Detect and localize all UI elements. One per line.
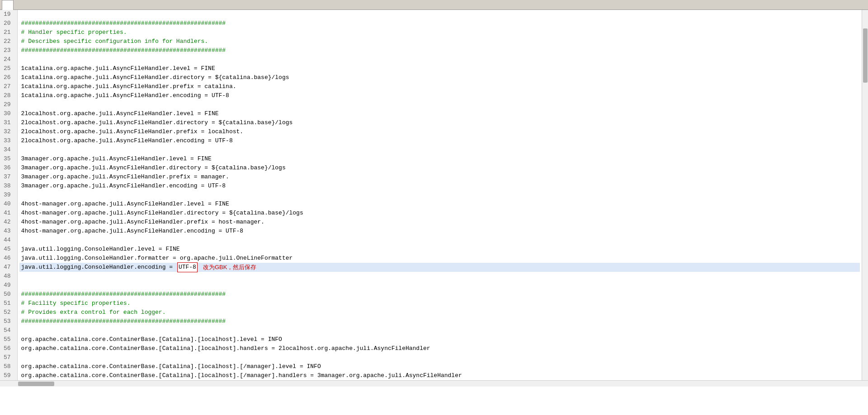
code-line: ########################################… bbox=[19, 46, 860, 55]
scrollbar-thumb[interactable] bbox=[863, 28, 868, 83]
code-text: java.util.logging.ConsoleHandler.level =… bbox=[21, 245, 180, 254]
code-line: # Facility specific properties. bbox=[19, 299, 860, 308]
line-number: 53 bbox=[4, 317, 14, 326]
code-text: 3manager.org.apache.juli.AsyncFileHandle… bbox=[21, 154, 212, 163]
line-number: 37 bbox=[4, 173, 14, 182]
line-number: 21 bbox=[4, 28, 14, 37]
comment-text: # Handler specific properties. bbox=[21, 28, 127, 37]
line-number: 45 bbox=[4, 245, 14, 254]
comment-text: ########################################… bbox=[21, 317, 226, 326]
line-number: 42 bbox=[4, 218, 14, 227]
comment-text: ########################################… bbox=[21, 290, 226, 299]
line-number: 19 bbox=[4, 10, 14, 19]
tab-bar bbox=[0, 0, 868, 10]
line-number: 35 bbox=[4, 154, 14, 163]
code-text: 2localhost.org.apache.juli.AsyncFileHand… bbox=[21, 127, 243, 136]
code-line bbox=[19, 145, 860, 154]
line-number: 31 bbox=[4, 118, 14, 127]
code-line: 1catalina.org.apache.juli.AsyncFileHandl… bbox=[19, 91, 860, 100]
code-text: 4host-manager.org.apache.juli.AsyncFileH… bbox=[21, 209, 303, 218]
code-line: 4host-manager.org.apache.juli.AsyncFileH… bbox=[19, 209, 860, 218]
code-line bbox=[19, 100, 860, 109]
code-line: 3manager.org.apache.juli.AsyncFileHandle… bbox=[19, 163, 860, 173]
code-line: 1catalina.org.apache.juli.AsyncFileHandl… bbox=[19, 64, 860, 73]
editor-window: 1920212223242526272829303132333435363738… bbox=[0, 0, 868, 387]
code-line bbox=[19, 191, 860, 200]
code-text: java.util.logging.ConsoleHandler.formatt… bbox=[21, 254, 293, 263]
line-number: 33 bbox=[4, 136, 14, 145]
line-number: 26 bbox=[4, 73, 14, 82]
code-line: 4host-manager.org.apache.juli.AsyncFileH… bbox=[19, 227, 860, 236]
line-number: 27 bbox=[4, 82, 14, 91]
code-text: 2localhost.org.apache.juli.AsyncFileHand… bbox=[21, 136, 233, 145]
line-number: 55 bbox=[4, 335, 14, 344]
code-line bbox=[19, 353, 860, 362]
line-number: 43 bbox=[4, 227, 14, 236]
line-number: 48 bbox=[4, 272, 14, 281]
line-number: 39 bbox=[4, 191, 14, 200]
code-text: 1catalina.org.apache.juli.AsyncFileHandl… bbox=[21, 73, 289, 82]
code-text: 2localhost.org.apache.juli.AsyncFileHand… bbox=[21, 109, 219, 118]
vertical-scrollbar[interactable] bbox=[862, 10, 868, 380]
editor-wrapper: 1920212223242526272829303132333435363738… bbox=[0, 10, 868, 387]
line-number: 38 bbox=[4, 182, 14, 191]
code-text: 3manager.org.apache.juli.AsyncFileHandle… bbox=[21, 182, 226, 191]
code-line: 2localhost.org.apache.juli.AsyncFileHand… bbox=[19, 118, 860, 127]
code-text: org.apache.catalina.core.ContainerBase.[… bbox=[21, 335, 282, 344]
code-text: 4host-manager.org.apache.juli.AsyncFileH… bbox=[21, 227, 243, 236]
code-line: ########################################… bbox=[19, 19, 860, 28]
line-number: 57 bbox=[4, 353, 14, 362]
file-tab[interactable] bbox=[2, 0, 14, 10]
code-line bbox=[19, 55, 860, 64]
line-number: 20 bbox=[4, 19, 14, 28]
line-number: 54 bbox=[4, 326, 14, 335]
code-line: java.util.logging.ConsoleHandler.formatt… bbox=[19, 254, 860, 263]
line-number: 49 bbox=[4, 281, 14, 290]
code-line: org.apache.catalina.core.ContainerBase.[… bbox=[19, 362, 860, 371]
code-line: 4host-manager.org.apache.juli.AsyncFileH… bbox=[19, 218, 860, 227]
code-line: 3manager.org.apache.juli.AsyncFileHandle… bbox=[19, 154, 860, 163]
code-text: org.apache.catalina.core.ContainerBase.[… bbox=[21, 371, 462, 380]
line-number: 51 bbox=[4, 299, 14, 308]
h-scrollbar-thumb[interactable] bbox=[18, 382, 54, 386]
line-number: 30 bbox=[4, 109, 14, 118]
code-line: 1catalina.org.apache.juli.AsyncFileHandl… bbox=[19, 82, 860, 91]
horizontal-scrollbar[interactable] bbox=[0, 380, 868, 387]
code-text: 4host-manager.org.apache.juli.AsyncFileH… bbox=[21, 200, 229, 209]
code-text: 2localhost.org.apache.juli.AsyncFileHand… bbox=[21, 118, 293, 127]
code-line: org.apache.catalina.core.ContainerBase.[… bbox=[19, 371, 860, 380]
comment-text: # Describes specific configuration info … bbox=[21, 37, 208, 46]
utf8-box: UTF-8 bbox=[177, 262, 198, 272]
line-number: 50 bbox=[4, 290, 14, 299]
line-number: 47 bbox=[4, 263, 14, 272]
comment-text: ########################################… bbox=[21, 46, 226, 55]
editor-body: 1920212223242526272829303132333435363738… bbox=[0, 10, 868, 380]
code-line: 4host-manager.org.apache.juli.AsyncFileH… bbox=[19, 200, 860, 209]
code-line: org.apache.catalina.core.ContainerBase.[… bbox=[19, 344, 860, 353]
code-line bbox=[19, 326, 860, 335]
comment-text: ########################################… bbox=[21, 19, 226, 28]
code-text: 3manager.org.apache.juli.AsyncFileHandle… bbox=[21, 173, 229, 182]
line-number: 25 bbox=[4, 64, 14, 73]
code-line: 3manager.org.apache.juli.AsyncFileHandle… bbox=[19, 182, 860, 191]
code-line: # Handler specific properties. bbox=[19, 28, 860, 37]
line-number: 41 bbox=[4, 209, 14, 218]
line-number: 23 bbox=[4, 46, 14, 55]
line-number: 59 bbox=[4, 371, 14, 380]
line-number: 44 bbox=[4, 236, 14, 245]
code-line: 3manager.org.apache.juli.AsyncFileHandle… bbox=[19, 173, 860, 182]
code-line: org.apache.catalina.core.ContainerBase.[… bbox=[19, 335, 860, 344]
line-number: 36 bbox=[4, 163, 14, 173]
line-number: 52 bbox=[4, 308, 14, 317]
line-number: 46 bbox=[4, 254, 14, 263]
code-line: # Describes specific configuration info … bbox=[19, 37, 860, 46]
line-number: 22 bbox=[4, 37, 14, 46]
annotation-text: 改为GBK，然后保存 bbox=[203, 263, 256, 272]
code-area[interactable]: ########################################… bbox=[18, 10, 862, 380]
code-line: ########################################… bbox=[19, 317, 860, 326]
code-line: 2localhost.org.apache.juli.AsyncFileHand… bbox=[19, 127, 860, 136]
code-text: 4host-manager.org.apache.juli.AsyncFileH… bbox=[21, 218, 264, 227]
code-line bbox=[19, 236, 860, 245]
code-line bbox=[19, 10, 860, 19]
code-text: 1catalina.org.apache.juli.AsyncFileHandl… bbox=[21, 91, 229, 100]
